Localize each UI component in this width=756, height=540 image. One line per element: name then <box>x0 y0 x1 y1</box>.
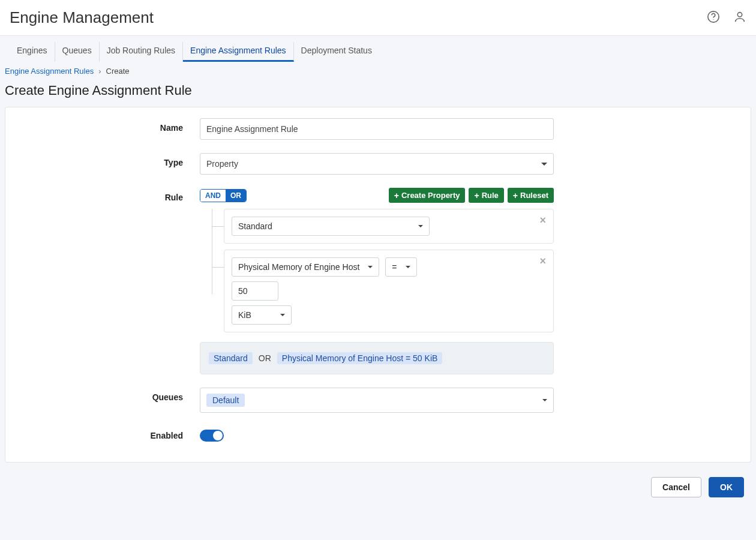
footer-buttons: Cancel OK <box>0 463 756 512</box>
rule-node-2-value-input[interactable] <box>232 281 278 301</box>
row-enabled: Enabled <box>20 426 736 442</box>
rule-node-2-attribute-select[interactable]: Physical Memory of Engine Host <box>232 257 379 277</box>
row-queues: Queues Default <box>20 388 736 413</box>
create-property-label: Create Property <box>401 191 460 200</box>
breadcrumb-current: Create <box>106 67 130 76</box>
svg-point-1 <box>713 19 713 20</box>
breadcrumb: Engine Assignment Rules › Create <box>0 62 756 79</box>
user-icon[interactable] <box>733 10 746 25</box>
label-queues: Queues <box>20 388 200 402</box>
queue-tag-default: Default <box>206 394 245 407</box>
svg-point-2 <box>737 13 742 17</box>
app-header: Engine Management <box>0 0 756 36</box>
rule-node-1-property-select[interactable]: Standard <box>232 217 430 236</box>
name-input[interactable] <box>200 118 554 140</box>
add-rule-label: Rule <box>482 191 499 200</box>
rule-tree: × Standard × Physical Memory of Engine H… <box>200 209 554 332</box>
chevron-down-icon <box>541 163 547 166</box>
rule-node-2-operator-value: = <box>392 262 397 272</box>
rule-summary-box: Standard OR Physical Memory of Engine Ho… <box>200 342 554 374</box>
enabled-toggle[interactable] <box>200 430 224 442</box>
page-title: Create Engine Assignment Rule <box>0 79 756 107</box>
type-select[interactable]: Property <box>200 153 554 175</box>
form-card: Name Type Property Rule AND OR <box>5 107 751 463</box>
plus-icon: + <box>394 191 399 200</box>
help-icon[interactable] <box>707 10 720 25</box>
toggle-or[interactable]: OR <box>226 190 246 202</box>
add-ruleset-label: Ruleset <box>520 191 548 200</box>
add-rule-button[interactable]: + Rule <box>469 188 503 203</box>
add-ruleset-button[interactable]: + Ruleset <box>508 188 554 203</box>
tab-engines[interactable]: Engines <box>10 42 55 62</box>
rule-node-2-attribute-value: Physical Memory of Engine Host <box>238 262 359 272</box>
tab-engine-assignment-rules[interactable]: Engine Assignment Rules <box>183 42 294 62</box>
row-type: Type Property <box>20 153 736 175</box>
plus-icon: + <box>513 191 518 200</box>
header-icons <box>707 10 746 25</box>
cancel-button[interactable]: Cancel <box>651 477 701 497</box>
remove-rule-icon[interactable]: × <box>539 255 546 268</box>
label-name: Name <box>20 118 200 133</box>
label-type: Type <box>20 153 200 167</box>
summary-chip-2: Physical Memory of Engine Host = 50 KiB <box>277 352 443 364</box>
app-title: Engine Management <box>10 8 154 27</box>
ok-button[interactable]: OK <box>709 477 744 497</box>
breadcrumb-separator: › <box>98 67 101 76</box>
chevron-down-icon <box>406 266 410 268</box>
breadcrumb-parent-link[interactable]: Engine Assignment Rules <box>5 67 94 76</box>
row-rule: Rule AND OR + Create Property + Rule <box>20 188 736 374</box>
tab-queues[interactable]: Queues <box>55 42 100 62</box>
rule-node-2-operator-select[interactable]: = <box>385 257 416 277</box>
plus-icon: + <box>474 191 479 200</box>
chevron-down-icon <box>368 266 373 268</box>
toggle-knob <box>213 431 223 440</box>
label-enabled: Enabled <box>20 426 200 440</box>
and-or-toggle[interactable]: AND OR <box>200 189 247 202</box>
rule-node-2-unit-select[interactable]: KiB <box>232 305 292 325</box>
tab-bar: Engines Queues Job Routing Rules Engine … <box>0 36 756 62</box>
summary-connector: OR <box>259 353 271 363</box>
rule-node-2-unit-value: KiB <box>238 310 251 320</box>
rule-node-1: × Standard <box>224 209 554 244</box>
toggle-and[interactable]: AND <box>200 190 226 202</box>
rule-node-1-property-value: Standard <box>238 221 272 231</box>
chevron-down-icon <box>280 314 285 316</box>
row-name: Name <box>20 118 736 140</box>
create-property-button[interactable]: + Create Property <box>389 188 466 203</box>
tab-job-routing-rules[interactable]: Job Routing Rules <box>100 42 183 62</box>
queues-select[interactable]: Default <box>200 388 554 413</box>
rule-action-buttons: + Create Property + Rule + Ruleset <box>389 188 554 203</box>
remove-rule-icon[interactable]: × <box>539 214 546 227</box>
summary-chip-1: Standard <box>209 352 253 364</box>
rule-node-2: × Physical Memory of Engine Host = <box>224 250 554 332</box>
tab-deployment-status[interactable]: Deployment Status <box>294 42 379 62</box>
rule-header: AND OR + Create Property + Rule + Rulese… <box>200 188 554 203</box>
type-select-value: Property <box>206 159 238 169</box>
chevron-down-icon <box>542 399 547 401</box>
label-rule: Rule <box>20 188 200 202</box>
chevron-down-icon <box>418 225 423 227</box>
